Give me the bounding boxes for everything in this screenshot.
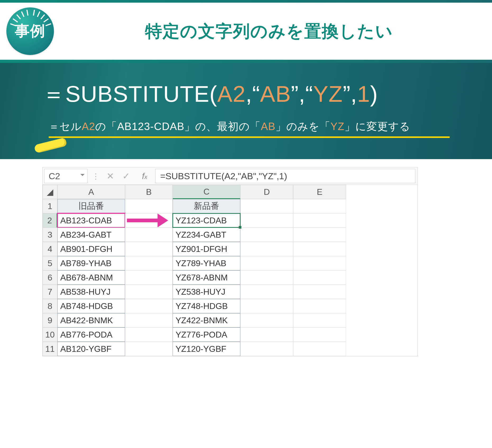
cell-c[interactable]: YZ234-GABT — [173, 228, 240, 242]
row-head[interactable]: 7 — [43, 285, 57, 299]
cell-blank[interactable] — [240, 285, 293, 299]
cell-blank[interactable] — [293, 342, 346, 356]
cell-a2[interactable]: AB123-CDAB — [57, 213, 125, 228]
cell-blank[interactable] — [125, 342, 173, 356]
row-head[interactable]: 1 — [43, 199, 57, 213]
formula-input-value: =SUBSTITUTE(A2,"AB","YZ",1) — [160, 171, 287, 181]
cell-blank[interactable] — [240, 270, 293, 285]
cell-a[interactable]: AB120-YGBF — [57, 342, 125, 356]
row-head[interactable]: 3 — [43, 228, 57, 242]
formula-literal-1: AB — [260, 81, 291, 107]
cell-blank[interactable] — [125, 313, 173, 327]
cell-a[interactable]: AB678-ABNM — [57, 270, 125, 285]
cell-c[interactable]: YZ776-PODA — [173, 327, 240, 342]
cell-blank[interactable] — [293, 313, 346, 327]
col-head-b[interactable]: B — [125, 185, 173, 199]
formula-band: ＝SUBSTITUTE(A2,“AB”,“YZ”,1) ＝セルA2の「AB123… — [0, 63, 492, 159]
row-head[interactable]: 11 — [43, 342, 57, 356]
arrow-icon — [127, 214, 168, 227]
row-head[interactable]: 8 — [43, 299, 57, 313]
header-new-code[interactable]: 新品番 — [173, 199, 240, 213]
col-head-c[interactable]: C — [173, 185, 240, 199]
cell-blank[interactable] — [240, 313, 293, 327]
name-box-value: C2 — [49, 171, 60, 181]
row-head[interactable]: 5 — [43, 256, 57, 270]
highlighter-icon — [34, 137, 67, 153]
arrow-cell — [125, 213, 173, 228]
cell-blank[interactable] — [240, 213, 293, 228]
cell-c[interactable]: YZ901-DFGH — [173, 242, 240, 256]
sep: , — [351, 81, 357, 107]
desc-part: 」のみを「 — [275, 121, 330, 132]
spreadsheet: C2 ⋮ ✕ ✓ fx =SUBSTITUTE(A2,"AB","YZ",1) … — [42, 167, 418, 356]
cell-a[interactable]: AB422-BNMK — [57, 313, 125, 327]
cell-blank[interactable] — [125, 199, 173, 213]
select-all-corner[interactable]: ◢ — [43, 185, 57, 199]
header-old-code[interactable]: 旧品番 — [57, 199, 125, 213]
row-head[interactable]: 9 — [43, 313, 57, 327]
cancel-icon[interactable]: ✕ — [102, 171, 118, 181]
cell-a[interactable]: AB748-HDGB — [57, 299, 125, 313]
cell-blank[interactable] — [125, 299, 173, 313]
cell-blank[interactable] — [240, 256, 293, 270]
formula-input[interactable]: =SUBSTITUTE(A2,"AB","YZ",1) — [155, 169, 415, 183]
desc-part: ＝セル — [49, 121, 82, 132]
col-head-e[interactable]: E — [293, 185, 346, 199]
cell-c[interactable]: YZ748-HDGB — [173, 299, 240, 313]
cell-blank[interactable] — [125, 228, 173, 242]
desc-part: 」に変更する — [344, 121, 410, 132]
cell-c2[interactable]: YZ123-CDAB — [173, 213, 240, 228]
sep: , — [299, 81, 305, 107]
cell-a[interactable]: AB234-GABT — [57, 228, 125, 242]
cell-blank[interactable] — [293, 199, 346, 213]
desc-part: の「AB123-CDAB」の、最初の「 — [95, 121, 261, 132]
cell-a[interactable]: AB789-YHAB — [57, 256, 125, 270]
formula-literal-2: YZ — [313, 81, 343, 107]
row-head[interactable]: 10 — [43, 327, 57, 342]
cell-blank[interactable] — [125, 242, 173, 256]
paren-open: ( — [209, 81, 217, 107]
row-head[interactable]: 2 — [43, 213, 57, 228]
formula-bar: C2 ⋮ ✕ ✓ fx =SUBSTITUTE(A2,"AB","YZ",1) — [43, 167, 417, 185]
name-box[interactable]: C2 — [44, 169, 88, 183]
cell-blank[interactable] — [293, 228, 346, 242]
cell-blank[interactable] — [293, 270, 346, 285]
cell-c[interactable]: YZ678-ABNM — [173, 270, 240, 285]
col-head-a[interactable]: A — [57, 185, 125, 199]
cell-blank[interactable] — [293, 213, 346, 228]
cell-blank[interactable] — [240, 327, 293, 342]
cell-blank[interactable] — [125, 270, 173, 285]
example-badge: 事例 — [6, 7, 54, 55]
cell-blank[interactable] — [125, 285, 173, 299]
cell-c[interactable]: YZ789-YHAB — [173, 256, 240, 270]
cell-a[interactable]: AB901-DFGH — [57, 242, 125, 256]
cell-blank[interactable] — [125, 327, 173, 342]
cell-blank[interactable] — [293, 242, 346, 256]
cell-c[interactable]: YZ538-HUYJ — [173, 285, 240, 299]
paren-close: ) — [370, 81, 378, 107]
fx-label-icon[interactable]: fx — [134, 171, 155, 181]
cell-blank[interactable] — [240, 199, 293, 213]
cell-blank[interactable] — [293, 256, 346, 270]
cell-blank[interactable] — [293, 299, 346, 313]
formula-description: ＝セルA2の「AB123-CDAB」の、最初の「AB」のみを「YZ」に変更する — [11, 119, 481, 134]
formula-instance-num: 1 — [357, 81, 370, 107]
cell-blank[interactable] — [293, 327, 346, 342]
cell-blank[interactable] — [240, 342, 293, 356]
cell-c[interactable]: YZ120-YGBF — [173, 342, 240, 356]
cell-a[interactable]: AB538-HUYJ — [57, 285, 125, 299]
cell-a[interactable]: AB776-PODA — [57, 327, 125, 342]
col-head-d[interactable]: D — [240, 185, 293, 199]
cell-blank[interactable] — [240, 228, 293, 242]
cell-blank[interactable] — [240, 242, 293, 256]
row-head[interactable]: 6 — [43, 270, 57, 285]
page-header: 事例 特定の文字列のみを置換したい — [0, 3, 492, 60]
band-separator — [0, 60, 492, 63]
cell-blank[interactable] — [293, 285, 346, 299]
cell-blank[interactable] — [125, 256, 173, 270]
spreadsheet-grid: ◢ A B C D E 1 旧品番 新品番 2 AB123-CDAB YZ123… — [43, 185, 417, 356]
enter-icon[interactable]: ✓ — [118, 171, 134, 181]
cell-blank[interactable] — [240, 299, 293, 313]
row-head[interactable]: 4 — [43, 242, 57, 256]
cell-c[interactable]: YZ422-BNMK — [173, 313, 240, 327]
